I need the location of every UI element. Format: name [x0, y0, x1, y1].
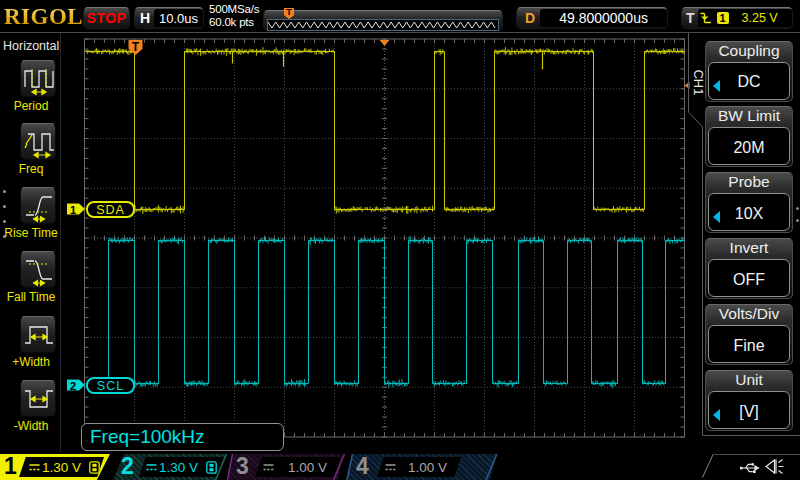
svg-text:T: T	[132, 40, 140, 54]
svg-text:2: 2	[70, 380, 76, 392]
svg-text:1: 1	[70, 204, 76, 216]
